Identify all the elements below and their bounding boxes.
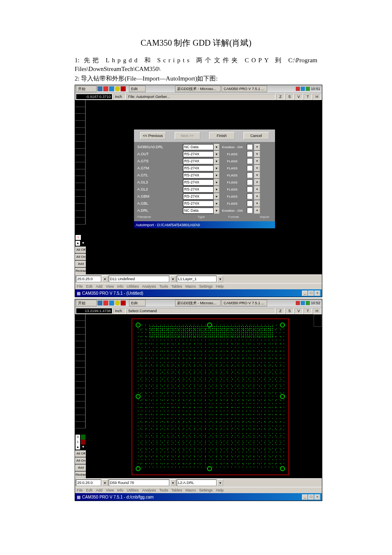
import-file-row[interactable]: A.GTMRS-274X▼FLASS▾ xyxy=(136,165,273,171)
options-button[interactable]: ▾ xyxy=(254,179,260,186)
ruler-h[interactable]: H xyxy=(313,94,321,100)
dropdown-icon[interactable]: ▼ xyxy=(214,179,219,186)
taskbar-task[interactable]: Edit xyxy=(129,300,146,306)
import-checkbox[interactable] xyxy=(247,165,253,171)
taskbar-task-word[interactable]: 新GDD技术 - Microso... xyxy=(175,300,221,306)
previous-button[interactable]: << Previous xyxy=(140,132,166,139)
all-off-button[interactable]: All Off xyxy=(75,450,87,457)
import-file-row[interactable]: A.OUTRS-274X▼FLASS▾ xyxy=(136,151,273,157)
navigator-box[interactable] xyxy=(314,314,322,327)
quicklaunch-icon[interactable] xyxy=(109,86,114,91)
quicklaunch-icon[interactable] xyxy=(97,301,102,306)
ruler-z[interactable]: Z xyxy=(276,94,285,100)
type-combo[interactable]: RS-274X xyxy=(183,186,214,193)
dropdown-icon[interactable]: ▼ xyxy=(214,200,219,207)
taskbar-task-word[interactable]: 新GDD技术 - Microso... xyxy=(175,86,221,92)
tray-icon[interactable] xyxy=(296,87,300,91)
quicklaunch-icon[interactable] xyxy=(121,86,126,91)
ruler-t[interactable]: T xyxy=(304,308,312,314)
type-combo[interactable]: RS-274X xyxy=(183,193,214,200)
options-button[interactable]: ▾ xyxy=(254,193,260,200)
type-combo[interactable]: RS-274X xyxy=(183,158,214,164)
taskbar-task[interactable]: Edit xyxy=(129,86,146,92)
maximize-button[interactable]: □ xyxy=(308,494,314,500)
tray-icon[interactable] xyxy=(306,301,310,305)
quicklaunch-icon[interactable] xyxy=(109,301,114,306)
finish-button[interactable]: Finish xyxy=(209,132,235,139)
ruler-v[interactable]: V xyxy=(295,308,303,314)
import-checkbox[interactable] xyxy=(247,208,253,213)
type-combo[interactable]: RS-274X xyxy=(183,179,214,186)
grid-combo[interactable]: 25:0.25:0 xyxy=(76,479,101,486)
unit-label[interactable]: Inch xyxy=(113,94,126,100)
dropdown-icon[interactable]: ▼ xyxy=(102,479,108,486)
import-file-row[interactable]: A.GBLRS-274X▼FLASS▾ xyxy=(136,200,273,207)
options-button[interactable]: ▾ xyxy=(254,208,260,214)
dropdown-icon[interactable]: ▼ xyxy=(170,479,176,486)
ruler-t[interactable]: T xyxy=(304,94,312,100)
quicklaunch-icon[interactable] xyxy=(97,86,102,91)
minimize-button[interactable]: _ xyxy=(302,494,308,500)
ruler-s[interactable]: S xyxy=(285,308,294,314)
taskbar-task-cam[interactable]: CAM350 PRO V 7.5.1 ... xyxy=(222,86,267,92)
dropdown-icon[interactable]: ▼ xyxy=(214,186,219,193)
options-button[interactable]: ▾ xyxy=(254,158,260,164)
import-file-row[interactable]: S43801A0.DRLNC Data▼Excellon - Dril▾ xyxy=(136,144,273,150)
import-file-row[interactable]: A.GL3RS-274X▼FLASS▾ xyxy=(136,179,273,186)
dcode-combo[interactable]: D11 Undefined xyxy=(109,276,169,282)
redraw-button[interactable]: Redraw xyxy=(75,268,87,274)
unit-label[interactable]: Inch xyxy=(113,308,126,314)
type-combo[interactable]: RS-274X xyxy=(183,165,214,171)
close-button[interactable]: × xyxy=(314,494,320,500)
add-layer-button[interactable]: Add Lyr xyxy=(75,261,87,267)
import-file-row[interactable]: A.DRLNC Data▼Excellon - Dril▾ xyxy=(136,207,273,214)
taskbar-task-cam[interactable]: CAM350 PRO V 7.5.1 ... xyxy=(222,300,267,306)
quicklaunch-icon[interactable] xyxy=(103,301,108,306)
type-combo[interactable]: NC Data xyxy=(183,144,214,150)
import-file-row[interactable]: A.GTLRS-274X▼FLASS▾ xyxy=(136,172,273,178)
quicklaunch-icon[interactable] xyxy=(115,301,120,306)
grid-combo[interactable]: 25:0.25:0 xyxy=(76,276,101,282)
quicklaunch-icon[interactable] xyxy=(103,86,108,91)
tray-icon[interactable] xyxy=(306,87,310,91)
down-arrow-icon[interactable]: ▼ xyxy=(81,445,85,450)
layer-indicator-1[interactable]: 1 xyxy=(75,235,81,240)
minimize-button[interactable]: _ xyxy=(302,291,308,296)
dropdown-icon[interactable]: ▼ xyxy=(214,165,219,171)
layer-combo[interactable]: L2:A.DRL xyxy=(177,479,217,486)
add-layer-button[interactable]: Add Lyr xyxy=(75,465,87,471)
maximize-button[interactable]: □ xyxy=(308,291,314,296)
up-arrow-icon[interactable]: ▲ xyxy=(75,445,80,450)
up-arrow-icon[interactable]: ▲ xyxy=(75,241,80,246)
drawing-canvas[interactable] xyxy=(86,314,322,478)
dropdown-icon[interactable]: ▼ xyxy=(217,276,223,282)
options-button[interactable]: ▾ xyxy=(254,172,260,178)
options-button[interactable]: ▾ xyxy=(254,200,260,207)
start-button[interactable]: 开始 xyxy=(76,86,97,92)
dropdown-icon[interactable]: ▼ xyxy=(214,172,219,178)
options-button[interactable]: ▾ xyxy=(254,165,260,171)
dropdown-icon[interactable]: ▼ xyxy=(214,151,219,157)
import-file-row[interactable]: A.GBMRS-274X▼FLASS▾ xyxy=(136,193,273,200)
type-combo[interactable]: NC Data xyxy=(183,208,214,214)
all-on-button[interactable]: All On xyxy=(75,254,87,260)
import-checkbox[interactable] xyxy=(247,186,253,192)
dropdown-icon[interactable]: ▼ xyxy=(102,276,108,282)
import-checkbox[interactable] xyxy=(247,144,253,150)
dropdown-icon[interactable]: ▼ xyxy=(170,276,176,282)
options-button[interactable]: ▾ xyxy=(254,151,260,157)
dropdown-icon[interactable]: ▼ xyxy=(217,479,223,486)
import-checkbox[interactable] xyxy=(247,179,253,185)
dropdown-icon[interactable]: ▼ xyxy=(214,193,219,200)
tray-icon[interactable] xyxy=(301,87,305,91)
dropdown-icon[interactable]: ▼ xyxy=(214,208,219,214)
tray-icon[interactable] xyxy=(301,301,305,305)
ruler-z[interactable]: Z xyxy=(276,308,285,314)
import-checkbox[interactable] xyxy=(247,172,253,178)
dropdown-icon[interactable]: ▼ xyxy=(214,144,219,150)
all-off-button[interactable]: All Off xyxy=(75,247,87,253)
import-file-row[interactable]: A.GL2RS-274X▼FLASS▾ xyxy=(136,186,273,193)
layer-combo[interactable]: L1:Layer_1 xyxy=(177,276,217,282)
import-checkbox[interactable] xyxy=(247,151,253,157)
all-on-button[interactable]: All On xyxy=(75,457,87,464)
